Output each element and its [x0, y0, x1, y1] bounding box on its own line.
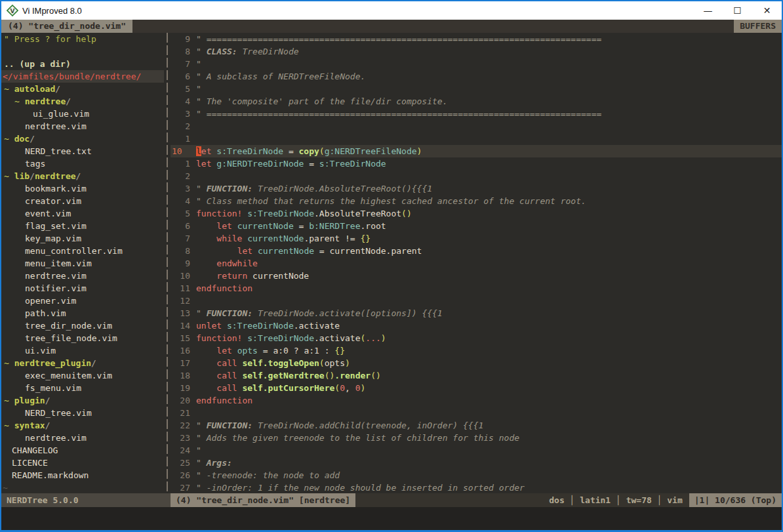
- token-w: currentNode: [247, 271, 309, 281]
- command-line[interactable]: [1, 507, 782, 530]
- tree-item[interactable]: nerdtree.vim: [1, 270, 164, 282]
- token-k: return: [216, 271, 247, 281]
- tree-item[interactable]: README.markdown: [1, 469, 164, 481]
- code-line[interactable]: 16 let opts = a:0 ? a:1 : {}: [171, 344, 782, 357]
- tree-item[interactable]: bookmark.vim: [1, 182, 164, 195]
- code-line[interactable]: 3" FUNCTION: TreeDirNode.AbsoluteTreeRoo…: [171, 182, 782, 195]
- code-line[interactable]: 15function! s:TreeDirNode.activate(...): [171, 332, 782, 344]
- code-line[interactable]: 7": [171, 58, 782, 70]
- code-line[interactable]: 11endfunction: [171, 282, 782, 295]
- tree-item[interactable]: NERD_tree.txt: [1, 145, 164, 157]
- tree-item[interactable]: NERD_tree.vim: [1, 407, 164, 419]
- code-line[interactable]: 24": [171, 444, 782, 457]
- tree-item[interactable]: ui.vim: [1, 344, 164, 357]
- tree-item[interactable]: menu_controller.vim: [1, 245, 164, 257]
- code-line[interactable]: 12: [171, 295, 782, 307]
- line-number: 9: [171, 33, 190, 45]
- code-line[interactable]: 4" Class method that returns the highest…: [171, 195, 782, 207]
- code-line[interactable]: 18 call self.getNerdtree().render(): [171, 369, 782, 382]
- token-file: nerdtree.vim: [25, 121, 87, 131]
- tree-item[interactable]: key_map.vim: [1, 232, 164, 245]
- code-line[interactable]: 14unlet s:TreeDirNode.activate: [171, 319, 782, 332]
- code-window: 9" =====================================…: [171, 33, 782, 493]
- code-text: " ======================================…: [190, 33, 601, 45]
- code-text: endfunction: [190, 394, 252, 407]
- code-line[interactable]: 22" FUNCTION: TreeDirNode.addChild(treen…: [171, 419, 782, 432]
- tree-item[interactable]: " Press ? for help: [1, 33, 164, 45]
- code-line[interactable]: 5": [171, 83, 782, 95]
- tree-item[interactable]: ~ autoload/: [1, 83, 164, 95]
- code-line-current[interactable]: 10let s:TreeDirNode = copy(g:NERDTreeFil…: [171, 145, 782, 157]
- code-line[interactable]: 21: [171, 407, 782, 419]
- tree-item[interactable]: flag_set.vim: [1, 220, 164, 232]
- code-line[interactable]: 27" -inOrder: 1 if the new node should b…: [171, 481, 782, 493]
- tree-item[interactable]: creator.vim: [1, 195, 164, 207]
- code-line[interactable]: 6 let currentNode = b:NERDTree.root: [171, 220, 782, 232]
- code-line[interactable]: 8 let currentNode = currentNode.parent: [171, 245, 782, 257]
- tree-item[interactable]: LICENCE: [1, 457, 164, 469]
- token-i: currentNode: [237, 221, 294, 231]
- close-button[interactable]: ✕: [752, 1, 782, 20]
- code-line[interactable]: 8" CLASS: TreeDirNode: [171, 45, 782, 58]
- tree-item[interactable]: .. (up a dir): [1, 58, 164, 70]
- tree-item[interactable]: ~ syntax/: [1, 419, 164, 432]
- status-bar: NERDTree 5.0.0 (4) "tree_dir_node.vim" […: [1, 493, 782, 507]
- tree-item[interactable]: event.vim: [1, 207, 164, 220]
- code-line[interactable]: 19 call self.putCursorHere(0, 0): [171, 382, 782, 394]
- tree-item[interactable]: fs_menu.vim: [1, 382, 164, 394]
- line-number: 13: [171, 307, 190, 319]
- code-line[interactable]: 13" FUNCTION: TreeDirNode.activate([opti…: [171, 307, 782, 319]
- vim-logo-icon: V: [7, 5, 18, 16]
- tree-item[interactable]: ~: [1, 481, 164, 493]
- tree-item[interactable]: ~ plugin/: [1, 394, 164, 407]
- tree-item[interactable]: opener.vim: [1, 295, 164, 307]
- code-line[interactable]: 3" =====================================…: [171, 108, 782, 120]
- tree-item[interactable]: nerdtree.vim: [1, 432, 164, 444]
- tree-root-item[interactable]: </vimfiles/bundle/nerdtree/: [1, 70, 164, 83]
- token-p: ): [360, 383, 365, 393]
- code-line[interactable]: 7 while currentNode.parent != {}: [171, 232, 782, 245]
- code-line[interactable]: 9" =====================================…: [171, 33, 782, 45]
- maximize-button[interactable]: ☐: [723, 1, 752, 20]
- tree-item[interactable]: CHANGELOG: [1, 444, 164, 457]
- tree-item[interactable]: ui_glue.vim: [1, 108, 164, 120]
- tree-item[interactable]: notifier.vim: [1, 282, 164, 295]
- tree-item[interactable]: tree_dir_node.vim: [1, 319, 164, 332]
- tree-item[interactable]: exec_menuitem.vim: [1, 369, 164, 382]
- code-line[interactable]: 26" -treenode: the node to add: [171, 469, 782, 481]
- code-line[interactable]: 20endfunction: [171, 394, 782, 407]
- code-line[interactable]: 25" Args:: [171, 457, 782, 469]
- token-dirmark: ~: [4, 358, 14, 368]
- token-dirmark: ~: [4, 134, 14, 144]
- tree-item[interactable]: nerdtree.vim: [1, 120, 164, 133]
- tree-item[interactable]: path.vim: [1, 307, 164, 319]
- code-line[interactable]: 2: [171, 120, 782, 133]
- tree-item[interactable]: ~ lib/nerdtree/: [1, 170, 164, 182]
- line-number: 6: [171, 220, 190, 232]
- tree-item[interactable]: ~ nerdtree_plugin/: [1, 357, 164, 369]
- token-c: " A subclass of NERDTreeFileNode.: [196, 72, 365, 81]
- code-line[interactable]: 1: [171, 133, 782, 145]
- code-line[interactable]: 6" A subclass of NERDTreeFileNode.: [171, 70, 782, 83]
- code-line[interactable]: 10 return currentNode: [171, 270, 782, 282]
- tree-item[interactable]: tags: [1, 157, 164, 170]
- token-k: endfunction: [196, 396, 252, 405]
- line-number: 8: [171, 45, 190, 58]
- minimize-button[interactable]: —: [693, 1, 723, 20]
- code-line[interactable]: 5function! s:TreeDirNode.AbsoluteTreeRoo…: [171, 207, 782, 220]
- tree-item[interactable]: ~ doc/: [1, 133, 164, 145]
- code-line[interactable]: 9 endwhile: [171, 257, 782, 270]
- tree-item[interactable]: tree_file_node.vim: [1, 332, 164, 344]
- tree-item[interactable]: menu_item.vim: [1, 257, 164, 270]
- tab-tree-dir-node[interactable]: (4) "tree_dir_node.vim": [1, 20, 132, 33]
- tree-item[interactable]: [1, 45, 164, 58]
- buffers-label: BUFFERS: [734, 20, 782, 33]
- token-w: [196, 383, 216, 393]
- window-separator[interactable]: [164, 33, 171, 493]
- tree-item[interactable]: ~ nerdtree/: [1, 95, 164, 108]
- code-line[interactable]: 1let g:NERDTreeDirNode = s:TreeDirNode: [171, 157, 782, 170]
- code-line[interactable]: 17 call self.toggleOpen(opts): [171, 357, 782, 369]
- code-line[interactable]: 23" Adds the given treenode to the list …: [171, 432, 782, 444]
- code-line[interactable]: 4" The 'composite' part of the file/dir …: [171, 95, 782, 108]
- code-line[interactable]: 2: [171, 170, 782, 182]
